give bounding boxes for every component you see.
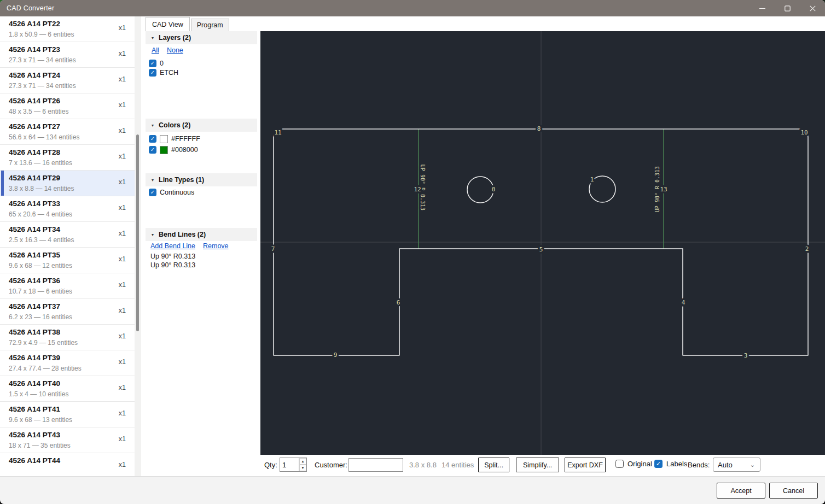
quantity-input[interactable]	[280, 458, 299, 471]
collapse-arrow-icon[interactable]: ▾	[152, 36, 154, 40]
spin-down-icon[interactable]: ▼	[299, 465, 306, 471]
color-swatch	[160, 135, 168, 143]
part-name: 4526 A14 PT39	[9, 353, 127, 363]
list-item[interactable]: 4526 A14 PT419.6 x 68 — 13 entitiesx1	[0, 402, 135, 427]
part-name: 4526 A14 PT36	[9, 276, 127, 286]
part-name: 4526 A14 PT23	[9, 45, 127, 55]
close-icon[interactable]	[800, 0, 825, 16]
layers-all-link[interactable]: All	[152, 46, 159, 54]
customer-input[interactable]	[348, 458, 403, 472]
list-item[interactable]: 4526 A14 PT221.8 x 50.9 — 6 entitiesx1	[0, 16, 135, 42]
list-item[interactable]: 4526 A14 PT2648 x 3.5 — 6 entitiesx1	[0, 93, 135, 119]
panel-row[interactable]: ✓ETCH	[149, 68, 178, 78]
list-item[interactable]: 4526 A14 PT4318 x 71 — 35 entitiesx1	[0, 427, 135, 453]
layers-section-header[interactable]: ▾ Layers (2)	[146, 31, 257, 44]
panel-row-label: #008000	[171, 146, 198, 154]
list-item[interactable]: 4526 A14 PT287 x 13.6 — 16 entitiesx1	[0, 145, 135, 171]
minimize-icon[interactable]	[750, 0, 775, 16]
list-item[interactable]: 4526 A14 PT3365 x 20.6 — 4 entitiesx1	[0, 196, 135, 222]
list-item[interactable]: 4526 A14 PT2756.6 x 64 — 134 entitiesx1	[0, 119, 135, 145]
list-item[interactable]: 4526 A14 PT3610.7 x 18 — 6 entitiesx1	[0, 273, 135, 299]
part-summary: 72.9 x 4.9 — 15 entities	[9, 338, 127, 347]
entity-count: 14 entities	[441, 461, 474, 469]
part-name: 4526 A14 PT40	[9, 379, 127, 389]
control-bar: Qty: ▲ ▼ Customer: 3.8 x 8.8 14 entities…	[141, 455, 825, 476]
part-name: 4526 A14 PT35	[9, 250, 127, 260]
bends-selected-value: Auto	[713, 461, 750, 469]
list-item[interactable]: 4526 A14 PT44x1	[0, 453, 135, 476]
layers-none-link[interactable]: None	[167, 46, 183, 54]
collapse-arrow-icon[interactable]: ▾	[152, 123, 154, 128]
panel-row[interactable]: ✓Continuous	[149, 187, 194, 197]
part-summary: 27.3 x 71 — 34 entities	[9, 81, 127, 90]
panel-row[interactable]: ✓0	[149, 58, 164, 68]
maximize-icon[interactable]	[775, 0, 800, 16]
entity-label: 3	[744, 352, 748, 359]
accept-button[interactable]: Accept	[717, 483, 765, 499]
part-name: 4526 A14 PT34	[9, 225, 127, 235]
remove-bend-line-link[interactable]: Remove	[203, 242, 229, 250]
part-hole	[467, 177, 493, 203]
list-item[interactable]: 4526 A14 PT3927.4 x 77.4 — 28 entitiesx1	[0, 350, 135, 376]
part-summary: 27.4 x 77.4 — 28 entities	[9, 364, 127, 373]
part-summary: 7 x 13.6 — 16 entities	[9, 159, 127, 167]
list-item[interactable]: 4526 A14 PT3872.9 x 4.9 — 15 entitiesx1	[0, 325, 135, 350]
title-bar: CAD Converter	[0, 0, 825, 16]
layers-section-title: Layers (2)	[159, 34, 191, 42]
checkbox-checked-icon[interactable]: ✓	[149, 146, 156, 154]
part-qty-badge: x1	[119, 153, 126, 160]
bend-line-entry[interactable]: Up 90° R0.313	[150, 261, 195, 269]
checkbox-checked-icon[interactable]: ✓	[149, 60, 156, 67]
bends-dropdown[interactable]: Auto ⌄	[713, 458, 760, 472]
checkbox-checked-icon[interactable]: ✓	[149, 69, 156, 77]
list-item[interactable]: 4526 A14 PT401.5 x 4 — 10 entitiesx1	[0, 376, 135, 402]
part-name: 4526 A14 PT22	[9, 19, 127, 29]
part-name: 4526 A14 PT27	[9, 122, 127, 132]
checkbox-checked-icon[interactable]: ✓	[149, 189, 156, 196]
bend-line-entry[interactable]: Up 90° R0.313	[150, 253, 195, 260]
labels-checkbox[interactable]: ✓	[654, 460, 663, 468]
tab-program[interactable]: Program	[191, 19, 229, 31]
bend-lines-section-header[interactable]: ▾ Bend Lines (2)	[146, 228, 257, 241]
line-types-section-header[interactable]: ▾ Line Types (1)	[146, 173, 257, 186]
list-item[interactable]: 4526 A14 PT359.6 x 68 — 12 entitiesx1	[0, 248, 135, 273]
cancel-button[interactable]: Cancel	[769, 483, 818, 499]
part-qty-badge: x1	[119, 435, 126, 443]
panel-row[interactable]: ✓#008000	[149, 145, 198, 155]
original-checkbox-row[interactable]: Original	[615, 460, 652, 468]
collapse-arrow-icon[interactable]: ▾	[152, 178, 154, 183]
list-item[interactable]: 4526 A14 PT342.5 x 16.3 — 4 entitiesx1	[0, 222, 135, 248]
entity-label: 9	[334, 351, 338, 359]
checkbox-checked-icon[interactable]: ✓	[149, 135, 156, 143]
list-item[interactable]: 4526 A14 PT2427.3 x 71 — 34 entitiesx1	[0, 68, 135, 93]
entity-label: 4	[682, 299, 685, 306]
tab-cad-view[interactable]: CAD View	[146, 17, 190, 31]
window-controls	[750, 0, 825, 16]
part-name: 4526 A14 PT33	[9, 199, 127, 209]
list-item[interactable]: 4526 A14 PT293.8 x 8.8 — 14 entitiesx1	[0, 171, 135, 196]
list-item[interactable]: 4526 A14 PT2327.3 x 71 — 34 entitiesx1	[0, 42, 135, 68]
panel-row[interactable]: ✓#FFFFFF	[149, 134, 200, 144]
colors-section-header[interactable]: ▾ Colors (2)	[146, 119, 257, 132]
bends-label: Bends:	[688, 461, 710, 469]
simplify-button[interactable]: Simplify...	[516, 458, 559, 472]
add-bend-line-link[interactable]: Add Bend Line	[150, 242, 195, 250]
scrollbar-thumb[interactable]	[136, 134, 139, 331]
cad-canvas[interactable]: UP 90° R 0.313UP 90° R 0.313012345678910…	[260, 31, 825, 455]
app-window: CAD Converter 4526 A14 PT221.8 x 50.9 — …	[0, 0, 825, 504]
collapse-arrow-icon[interactable]: ▾	[152, 232, 154, 237]
part-summary: 3.8 x 8.8 — 14 entities	[9, 184, 127, 193]
panel-row-label: #FFFFFF	[171, 135, 200, 143]
quantity-stepper[interactable]: ▲ ▼	[280, 458, 307, 472]
original-label: Original	[628, 460, 652, 468]
split-button[interactable]: Split...	[478, 458, 509, 472]
parts-list-scrollbar[interactable]	[135, 16, 141, 476]
export-dxf-button[interactable]: Export DXF	[565, 458, 606, 472]
original-checkbox[interactable]	[615, 460, 624, 468]
part-summary: 10.7 x 18 — 6 entities	[9, 287, 127, 296]
spin-up-icon[interactable]: ▲	[299, 458, 306, 465]
tab-bar: CAD View Program	[141, 16, 825, 31]
part-name: 4526 A14 PT37	[9, 302, 127, 312]
list-item[interactable]: 4526 A14 PT376.2 x 23 — 16 entitiesx1	[0, 299, 135, 325]
labels-checkbox-row[interactable]: ✓ Labels	[654, 460, 687, 468]
